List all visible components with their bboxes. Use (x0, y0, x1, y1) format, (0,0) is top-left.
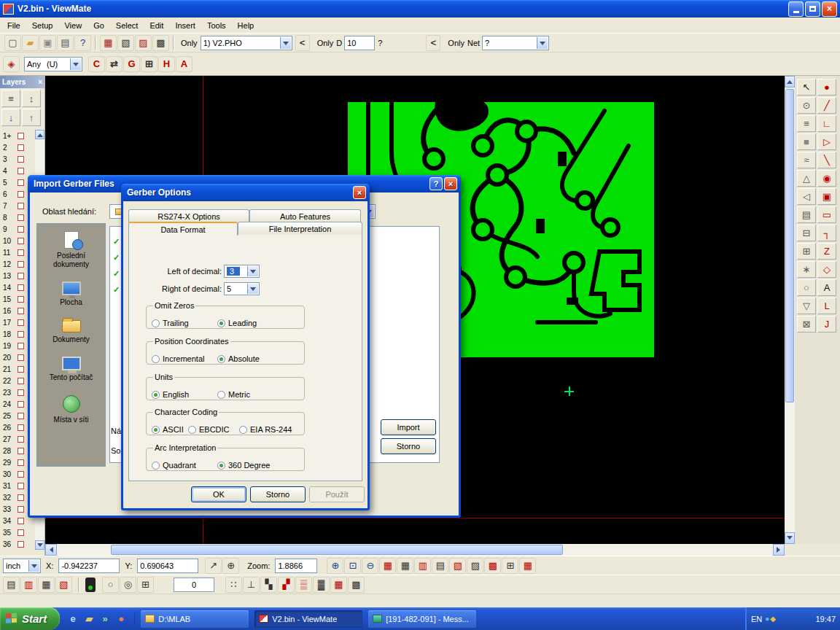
select-grid-red-icon[interactable]: ▦ (100, 35, 117, 51)
layer-visibility-checkbox[interactable] (18, 401, 24, 408)
sparse-dots-icon[interactable]: ▒ (295, 577, 312, 593)
filled-square-icon[interactable]: ■ (797, 133, 816, 150)
hatch-h-icon[interactable]: ▥ (414, 558, 431, 574)
diamond-tool-icon[interactable]: ◇ (817, 261, 836, 278)
red-black-mix-icon[interactable]: ▦ (330, 577, 347, 593)
grid-tool-icon[interactable]: ⊞ (141, 56, 158, 72)
draw-line-icon[interactable]: ╱ (817, 97, 836, 114)
scroll-right-icon[interactable] (773, 544, 785, 556)
tray-update-icon[interactable]: ◆ (770, 615, 776, 623)
layer-visibility-checkbox[interactable] (18, 366, 24, 373)
hatch-v-icon[interactable]: ▤ (432, 558, 448, 574)
chevron-down-icon[interactable] (70, 58, 81, 70)
radio-quadrant[interactable]: Quadrant (152, 461, 217, 470)
plus-grid-icon[interactable]: ⊞ (797, 243, 816, 260)
tab-rs274x-options[interactable]: RS274-X Options (128, 209, 249, 222)
zoom-window-icon[interactable]: ⊡ (344, 558, 361, 574)
layer-visibility-checkbox[interactable] (18, 459, 24, 466)
layer-visibility-checkbox[interactable] (18, 541, 24, 548)
layer-visibility-checkbox[interactable] (18, 424, 24, 431)
layer-visibility-checkbox[interactable] (18, 203, 24, 209)
menu-item[interactable]: View (58, 19, 88, 32)
chevron-down-icon[interactable] (280, 37, 291, 49)
layer-visibility-checkbox[interactable] (18, 483, 24, 489)
h-tool-icon[interactable]: H (158, 56, 175, 72)
report-a-icon[interactable]: ▤ (3, 577, 20, 593)
import-button[interactable]: Import (381, 419, 436, 435)
menu-item[interactable]: Tools (201, 19, 232, 32)
zoom-in-icon[interactable]: ⊕ (327, 558, 343, 574)
radio-incremental[interactable]: Incremental (152, 354, 217, 363)
triangle-tool-icon[interactable]: △ (797, 170, 816, 187)
pad-grid-icon[interactable]: ▦ (519, 558, 536, 574)
list-tool-icon[interactable]: ≡ (797, 115, 816, 132)
tab-data-format[interactable]: Data Format (128, 222, 238, 236)
layer-visibility-checkbox[interactable] (18, 238, 24, 244)
snap-grid-icon[interactable]: ⊞ (502, 558, 518, 574)
status-light-icon[interactable] (85, 578, 96, 592)
close-button[interactable]: × (822, 1, 837, 17)
layers-panel-header[interactable]: Layers × (0, 76, 44, 88)
layer-visibility-checkbox[interactable] (18, 284, 24, 291)
layers-close-icon[interactable]: × (38, 78, 42, 86)
scroll-up-icon[interactable] (785, 76, 795, 88)
crossed-grid-icon[interactable]: ⊠ (797, 316, 816, 332)
slant-lines-icon[interactable]: ≈ (797, 152, 816, 168)
layer-visibility-checkbox[interactable] (18, 413, 24, 419)
hatch-cross-icon[interactable]: ▩ (484, 558, 501, 574)
menu-item[interactable]: Setup (26, 19, 59, 32)
measure-distance-icon[interactable]: ↗ (205, 558, 222, 574)
layer-visibility-checkbox[interactable] (18, 389, 24, 396)
layer-visibility-checkbox[interactable] (18, 308, 24, 314)
report-d-icon[interactable]: ▧ (55, 577, 72, 593)
units-combo[interactable]: inch (3, 559, 41, 573)
zoom-out-icon[interactable]: ⊖ (362, 558, 378, 574)
radio-ebcdic[interactable]: EBCDIC (188, 425, 239, 434)
grid-toggle-icon[interactable]: ⊞ (137, 577, 154, 593)
menu-item[interactable]: Go (88, 19, 110, 32)
chevron-down-icon[interactable] (247, 266, 258, 276)
hatch-d2-icon[interactable]: ▨ (467, 558, 483, 574)
import-close-button[interactable]: × (444, 177, 457, 190)
layer-visibility-checkbox[interactable] (18, 226, 24, 233)
report-c-icon[interactable]: ▦ (38, 577, 55, 593)
prev-dcode-button[interactable]: < (426, 35, 440, 51)
dense-dots-icon[interactable]: ▓ (313, 577, 330, 593)
diag-pattern-red-icon[interactable]: ▞ (278, 577, 295, 593)
circle-tool-icon[interactable]: ○ (797, 279, 816, 296)
radio-trailing[interactable]: Trailing (152, 319, 217, 327)
place-desktop[interactable]: Plocha (39, 281, 104, 307)
dcode-input[interactable]: 10 (344, 36, 375, 50)
circle-aperture-icon[interactable]: ○ (102, 577, 119, 593)
layer-visibility-checkbox[interactable] (18, 249, 24, 256)
dot-matrix-icon[interactable]: ∷ (225, 577, 242, 593)
language-indicator[interactable]: EN (751, 615, 762, 623)
layer-visibility-checkbox[interactable] (18, 448, 24, 454)
layer-visibility-checkbox[interactable] (18, 296, 24, 303)
layer-visibility-checkbox[interactable] (18, 518, 24, 524)
horizontal-scroll-thumb[interactable] (111, 545, 563, 555)
taskbar-button-messenger[interactable]: [191-482-091] - Mess... (368, 610, 476, 628)
radio-leading[interactable]: Leading (217, 319, 257, 327)
only-dcode-toggle[interactable]: Only (317, 39, 334, 47)
tab-auto-features[interactable]: Auto Features (249, 209, 361, 222)
layer-visibility-checkbox[interactable] (18, 494, 24, 501)
center-point-icon[interactable]: ⊙ (797, 97, 816, 114)
select-clear-icon[interactable]: ▩ (152, 35, 169, 51)
layer-visibility-checkbox[interactable] (18, 506, 24, 513)
dcode-display-icon[interactable]: ◈ (3, 56, 20, 72)
layer-visibility-checkbox[interactable] (18, 179, 24, 186)
g-tool-icon[interactable]: G (123, 56, 140, 72)
select-grid-dark-icon[interactable]: ▧ (117, 35, 134, 51)
gerber-close-button[interactable]: × (353, 186, 366, 199)
layer-visibility-checkbox[interactable] (18, 261, 24, 268)
menu-item[interactable]: File (1, 19, 26, 32)
text-tool-icon[interactable]: A (817, 279, 836, 296)
tab-file-interpretation[interactable]: File Interpretation (238, 222, 362, 235)
layer-visibility-checkbox[interactable] (18, 273, 24, 279)
corner-bracket-icon[interactable]: ┐ (817, 225, 836, 241)
tray-network-icon[interactable]: ● (765, 615, 769, 623)
c-tool-icon[interactable]: C (88, 56, 105, 72)
radio-ascii[interactable]: ASCII (152, 425, 188, 434)
context-help-icon[interactable]: ? (74, 35, 91, 51)
